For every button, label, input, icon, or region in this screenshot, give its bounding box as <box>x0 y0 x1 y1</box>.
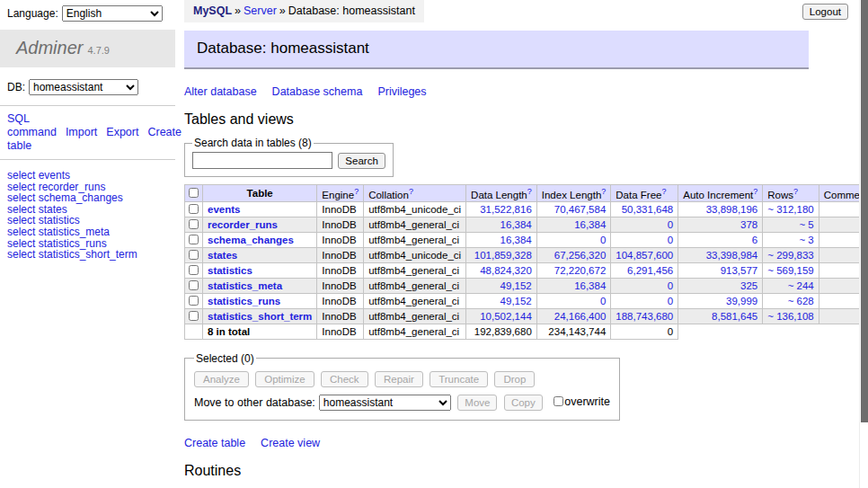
row-checkbox[interactable] <box>189 250 199 260</box>
engine-cell: InnoDB <box>317 232 364 247</box>
rows-link[interactable]: ~ 3 <box>767 235 813 245</box>
help-link[interactable]: ? <box>753 187 757 196</box>
select-all-checkbox[interactable] <box>189 188 199 198</box>
content: Logout MySQL»Server»Database: homeassist… <box>175 0 859 488</box>
help-link[interactable]: ? <box>354 187 359 196</box>
data-free-link[interactable]: 0 <box>616 219 673 230</box>
data-free-link[interactable]: 0 <box>616 235 673 245</box>
auto-increment-link[interactable]: 8,581,645 <box>683 311 757 322</box>
data-length-link[interactable]: 49,152 <box>471 296 532 306</box>
breadcrumb-server-link[interactable]: Server <box>244 4 277 17</box>
index-length-link[interactable]: 72,220,672 <box>542 265 607 276</box>
row-checkbox[interactable] <box>189 219 199 229</box>
auto-increment-link[interactable]: 39,999 <box>683 296 757 306</box>
move-db-select[interactable]: homeassistant <box>319 395 451 411</box>
overwrite-checkbox[interactable] <box>554 396 563 406</box>
page-scrollbar[interactable] <box>859 0 868 488</box>
auto-increment-link[interactable]: 378 <box>683 219 757 230</box>
table-name-link[interactable]: recorder_runs <box>208 219 278 230</box>
data-length-link[interactable]: 49,152 <box>471 280 532 291</box>
data-length-link[interactable]: 16,384 <box>471 219 532 230</box>
move-label: Move to other database: <box>194 396 315 409</box>
sql-command-link[interactable]: SQL command <box>7 112 57 138</box>
breadcrumb-separator: » <box>235 4 241 17</box>
rows-link[interactable]: ~ 569,159 <box>767 265 813 276</box>
optimize-button[interactable]: Optimize <box>255 371 314 387</box>
help-link[interactable]: ? <box>793 187 798 196</box>
index-length-link[interactable]: 16,384 <box>542 219 607 230</box>
help-link[interactable]: ? <box>409 187 413 196</box>
index-length-link[interactable]: 67,256,320 <box>542 250 607 261</box>
alter-database-link[interactable]: Alter database <box>184 85 257 98</box>
data-length-link[interactable]: 16,384 <box>471 235 532 245</box>
search-button[interactable]: Search <box>338 153 385 169</box>
data-free-link[interactable]: 6,291,456 <box>616 265 673 276</box>
search-input[interactable] <box>192 152 332 169</box>
auto-increment-link[interactable]: 325 <box>683 280 757 291</box>
move-button[interactable]: Move <box>457 395 497 411</box>
data-free-link[interactable]: 50,331,648 <box>616 204 673 215</box>
db-select[interactable]: homeassistant <box>29 79 138 95</box>
table-name-link[interactable]: schema_changes <box>208 235 294 245</box>
row-checkbox[interactable] <box>189 204 199 214</box>
index-length-link[interactable]: 16,384 <box>542 280 607 291</box>
rows-link[interactable]: ~ 244 <box>767 280 813 291</box>
copy-button[interactable]: Copy <box>504 395 543 411</box>
help-link[interactable]: ? <box>661 187 666 196</box>
row-checkbox[interactable] <box>189 296 199 306</box>
drop-button[interactable]: Drop <box>494 371 535 387</box>
table-name-link[interactable]: statistics_short_term <box>208 311 312 322</box>
analyze-button[interactable]: Analyze <box>194 371 249 387</box>
help-link[interactable]: ? <box>601 187 606 196</box>
auto-increment-link[interactable]: 6 <box>683 235 757 245</box>
repair-button[interactable]: Repair <box>375 371 423 387</box>
table-name-link[interactable]: states <box>208 250 237 261</box>
rows-link[interactable]: ~ 5 <box>767 219 813 230</box>
row-checkbox[interactable] <box>189 235 199 244</box>
auto-increment-link[interactable]: 33,398,984 <box>683 250 757 261</box>
breadcrumb-separator: » <box>279 4 286 17</box>
table-name-link[interactable]: statistics_meta <box>208 280 282 291</box>
engine-cell: InnoDB <box>317 247 364 262</box>
truncate-button[interactable]: Truncate <box>430 371 488 387</box>
index-length-link[interactable]: 70,467,584 <box>542 204 607 215</box>
data-length-link[interactable]: 31,522,816 <box>471 204 532 215</box>
row-checkbox[interactable] <box>189 265 199 275</box>
auto-increment-link[interactable]: 33,898,196 <box>683 204 757 215</box>
sidebar-select-statistics-short-term[interactable]: select statistics_short_term <box>7 248 137 261</box>
export-link[interactable]: Export <box>106 126 138 138</box>
import-link[interactable]: Import <box>66 126 97 138</box>
privileges-link[interactable]: Privileges <box>377 85 426 98</box>
data-free-link[interactable]: 0 <box>616 280 673 291</box>
table-name-link[interactable]: events <box>208 204 240 215</box>
rows-link[interactable]: ~ 312,180 <box>767 204 813 215</box>
table-row: schema_changes InnoDB utf8mb4_general_ci… <box>185 232 868 247</box>
help-link[interactable]: ? <box>527 187 532 196</box>
breadcrumb-mysql-link[interactable]: MySQL <box>193 4 232 17</box>
data-length-link[interactable]: 48,824,320 <box>471 265 532 276</box>
table-name-link[interactable]: statistics_runs <box>208 296 280 306</box>
create-table-link-main[interactable]: Create table <box>184 437 245 449</box>
scrollbar-thumb[interactable] <box>861 0 868 422</box>
rows-link[interactable]: ~ 136,108 <box>767 311 813 322</box>
data-free-link[interactable]: 104,857,600 <box>616 250 673 261</box>
data-length-link[interactable]: 10,502,144 <box>471 311 532 322</box>
auto-increment-link[interactable]: 913,577 <box>683 265 757 276</box>
index-length-link[interactable]: 0 <box>542 296 607 306</box>
rows-link[interactable]: ~ 299,833 <box>767 250 813 261</box>
rows-link[interactable]: ~ 628 <box>767 296 813 306</box>
data-free-link[interactable]: 188,743,680 <box>616 311 673 322</box>
index-length-link[interactable]: 0 <box>542 235 607 245</box>
row-checkbox[interactable] <box>189 311 199 321</box>
index-length-link[interactable]: 24,166,400 <box>542 311 607 322</box>
create-links: Create tableCreate view <box>184 437 810 449</box>
data-length-link[interactable]: 101,859,328 <box>471 250 532 261</box>
check-button[interactable]: Check <box>321 371 368 387</box>
logout-button[interactable]: Logout <box>802 4 848 20</box>
database-schema-link[interactable]: Database schema <box>272 85 363 98</box>
language-select[interactable]: English <box>62 5 163 22</box>
row-checkbox[interactable] <box>189 280 199 290</box>
data-free-link[interactable]: 0 <box>616 296 673 306</box>
create-view-link[interactable]: Create view <box>261 437 320 449</box>
table-name-link[interactable]: statistics <box>208 265 252 276</box>
